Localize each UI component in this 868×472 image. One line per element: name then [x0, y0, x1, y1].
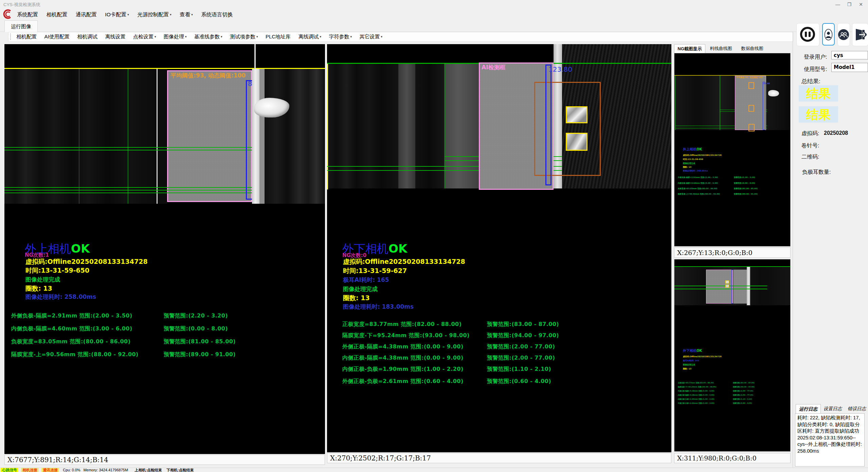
pause-icon: [800, 27, 815, 42]
login-user-value[interactable]: cys: [831, 51, 868, 59]
toolbar-image-processing[interactable]: 图像处理▾: [161, 32, 190, 41]
mini-orange-box: [748, 105, 754, 112]
model-label: 使用型号:: [804, 66, 827, 73]
window-title: CYS-视觉检测系统: [3, 2, 40, 8]
toolbar-offline-settings[interactable]: 离线设置: [102, 32, 129, 41]
threshold-readout: 平均阈值:93, 动态阈值:100: [170, 72, 246, 79]
menu-item-light-config[interactable]: 光源控制配置▾: [134, 9, 175, 20]
virtual-code-label: 虚拟码:: [801, 130, 819, 137]
mini-meas: 预警范围:(2.00 - 77.00): [733, 390, 753, 392]
model-value[interactable]: Model1: [831, 63, 868, 72]
reel-number-label: 卷针号:: [801, 142, 819, 149]
tab-run-log[interactable]: 运行日志: [796, 404, 821, 414]
mini-meas: 内侧正极-负极=1.90mm 范围:(1.00 - 2.20): [678, 398, 715, 400]
maximize-button[interactable]: ❐: [844, 1, 855, 8]
log-text-area[interactable]: 耗时: 222, 缺陷检测耗时: 17, 缺陷分类耗时: 0, 缺陷提取分区耗时…: [795, 413, 865, 467]
ok-indicator: OK: [71, 242, 90, 255]
user-icon: [824, 29, 833, 42]
minimize-button[interactable]: —: [832, 1, 844, 8]
reference-green-vline: [445, 64, 446, 188]
run-image-tab[interactable]: 运行图像: [4, 20, 38, 32]
mini-line: 时间:13-31-59-650: [683, 158, 703, 161]
ng-preview-1[interactable]: 平均阈值:93, 动态阈值:100 85.88 外上相机OK 虚拟码:Offli…: [674, 53, 791, 247]
app-window: CYS-视觉检测系统 — ❐ ✕ 系统配置 相机配置 通讯配置 IO卡配置▾ 光…: [0, 0, 868, 472]
mini-line: 虚拟码:Offline20250208133134728: [683, 154, 722, 157]
mini-status-title: 外上相机OK: [683, 147, 702, 152]
chevron-down-icon: ▾: [185, 35, 187, 38]
tab-error-log[interactable]: 错误日志: [845, 404, 868, 413]
faint-edge-line: [79, 69, 79, 204]
menu-item-view[interactable]: 查看▾: [176, 9, 196, 20]
toolbar-other-settings[interactable]: 其它设置▾: [357, 32, 386, 41]
mini-film: [674, 76, 790, 130]
left-camera-panel[interactable]: 平均阈值:93, 动态阈值:100 85.88 外上相机OK NG次数:1 虚拟…: [4, 44, 325, 454]
mini-meas: 负极宽度=83.05mm 范围:(80.00 - 86.00): [678, 187, 718, 190]
toolbar-ai-config[interactable]: AI使用配置: [41, 32, 72, 41]
ai-time-line: 极耳AI耗时: 165: [343, 276, 389, 284]
preview1-coord-bar: X:267;Y:13;R:0;G:0;B:0: [674, 248, 791, 258]
menu-item-comm-config[interactable]: 通讯配置: [72, 9, 100, 20]
upper-camera-status: 上相机:点检结束: [134, 468, 162, 472]
gray-band: [398, 64, 415, 188]
chevron-down-icon: ▾: [320, 35, 322, 38]
chevron-down-icon: ▾: [155, 35, 156, 38]
process-time-line: 图像处理耗时: 258.00ms: [25, 293, 96, 301]
mini-line: 极耳AI耗时: 165: [683, 359, 699, 362]
film-strip: [415, 64, 444, 188]
toolbar-test-params[interactable]: 测试项参数▾: [227, 32, 261, 41]
mini-yellow-box: [725, 285, 729, 288]
exit-icon: [854, 28, 867, 42]
mini-green-vline: [675, 76, 676, 130]
toolbar-camera-config[interactable]: 相机配置: [13, 32, 40, 41]
user-group-button[interactable]: [837, 23, 850, 46]
measurement-warn: 预警范围:(0.00 - 8.00): [164, 325, 228, 332]
mini-meas: 隔膜宽度-下=95.24mm 范围:(93.00 - 98.00): [678, 386, 716, 388]
mini-meas: 外侧正极-隔膜=4.38mm 范围:(0.00 - 9.00): [678, 390, 715, 392]
right-camera-panel[interactable]: AI检测框 123.80 外下相机OK NG次数:0 虚拟码:Offline20…: [327, 44, 671, 452]
process-time-line: 图像处理耗时: 183.00ms: [343, 303, 414, 311]
tab-settings-log[interactable]: 设置日志: [821, 404, 844, 413]
chevron-down-icon: ▾: [170, 13, 171, 16]
menu-item-language-switch[interactable]: 系统语言切换: [198, 9, 236, 20]
mini-meas: 隔膜宽度-上=90.56mm 范围:(88.00 - 92.00): [678, 193, 720, 195]
mini-meas: 预警范围:(2.00 - 77.00): [733, 394, 753, 396]
toolbar-spot-check[interactable]: 点检设置▾: [130, 32, 159, 41]
mini-line: 虚拟码:Offline20250208133134728: [683, 355, 722, 358]
mini-meas: 预警范围:(81.00 - 85.00): [734, 187, 758, 190]
toolbar-offline-debug[interactable]: 离线调试▾: [295, 32, 325, 41]
chevron-down-icon: ▾: [256, 35, 258, 38]
toolbar-char-params[interactable]: 字符参数▾: [326, 32, 355, 41]
virtual-code-line: 虚拟码:Offline20250208133134728: [25, 257, 148, 266]
tab-material-curve[interactable]: 料线曲线图: [706, 44, 736, 53]
user-button[interactable]: [822, 23, 835, 46]
toolbar-baseline-params[interactable]: 基准线参数▾: [191, 32, 225, 41]
close-button[interactable]: ✕: [855, 1, 867, 8]
toolbar-plc-address[interactable]: PLC地址库: [263, 32, 294, 41]
measurement-warn: 预警范围:(83.00 - 87.00): [487, 321, 559, 328]
measurement-warn: 预警范围:(1.10 - 2.10): [487, 366, 551, 373]
measurement-warn: 预警范围:(94.00 - 97.00): [487, 332, 559, 339]
exit-button[interactable]: [852, 23, 868, 46]
tab-ng-display[interactable]: NG截图显示: [674, 44, 705, 53]
menu-item-camera-config[interactable]: 相机配置: [43, 9, 71, 20]
pause-button[interactable]: [796, 23, 819, 46]
measurement-row: 正极宽度=83.77mm 范围:(82.00 - 88.00): [342, 321, 462, 328]
tab-data-curve[interactable]: 数据曲线图: [737, 44, 767, 53]
mini-meas: 预警范围:(89.00 - 91.00): [734, 193, 758, 195]
camera-connection-indicator: 相机连接: [21, 468, 39, 472]
ng-preview-2[interactable]: 外下相机OK 虚拟码:Offline20250208133134728 极耳AI…: [674, 259, 791, 452]
menu-item-io-config[interactable]: IO卡配置▾: [102, 9, 132, 20]
mini-meas: 外侧正极-负极=2.61mm 范围:(0.60 - 4.00): [678, 402, 715, 404]
login-user-label: 登录用户:: [804, 54, 827, 61]
gray-band: [444, 64, 479, 188]
measurement-row: 内侧正极-隔膜=4.38mm 范围:(0.00 - 9.00): [342, 355, 464, 362]
mini-blue-box: [731, 270, 734, 304]
cpu-usage: Cpu: 0.0%: [63, 468, 80, 472]
measurement-warn: 预警范围:(81.00 - 85.00): [164, 338, 236, 345]
menu-item-system-config[interactable]: 系统配置: [14, 9, 41, 20]
right-coord-bar: X:270;Y:2502;R:17;G:17;B:17: [327, 453, 671, 463]
toolbar-camera-debug[interactable]: 相机调试: [74, 32, 101, 41]
app-logo: [1, 8, 12, 20]
measurement-warn: 预警范围:(2.20 - 3.20): [164, 312, 228, 320]
mini-green-line: [674, 286, 767, 286]
